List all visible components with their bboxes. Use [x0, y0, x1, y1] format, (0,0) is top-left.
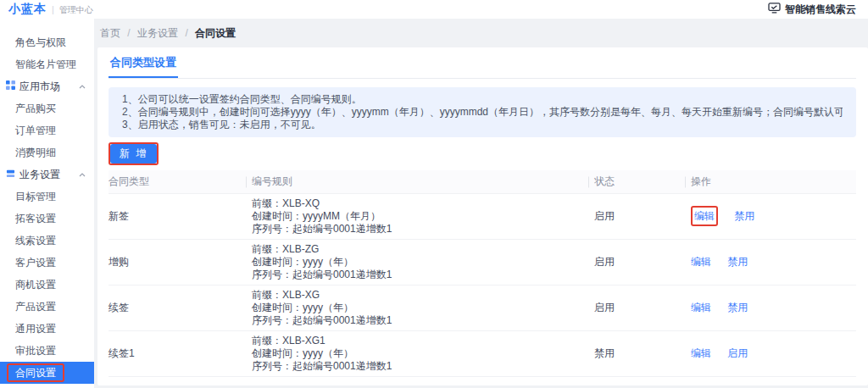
sidebar-group-business-settings[interactable]: 业务设置 — [0, 164, 94, 186]
sidebar-item-contract[interactable]: 合同设置 — [0, 362, 94, 384]
content-card: 合同类型设置 1、公司可以统一设置签约合同类型、合同编号规则。 2、合同编号规则… — [97, 47, 868, 385]
column-header-rules: 编号规则 — [252, 175, 594, 189]
tab-contract-type-settings[interactable]: 合同类型设置 — [108, 53, 178, 78]
notice-line-1: 1、公司可以统一设置签约合同类型、合同编号规则。 — [122, 93, 843, 106]
chevron-up-icon — [79, 85, 86, 89]
column-header-actions: 操作 — [691, 175, 856, 189]
sidebar-item-approval[interactable]: 审批设置 — [0, 340, 94, 362]
cell-actions: 编辑 禁用 — [691, 301, 856, 315]
sidebar-item-general[interactable]: 通用设置 — [0, 318, 94, 340]
sidebar-group-app-market[interactable]: 应用市场 — [0, 75, 94, 97]
breadcrumb: 首页 / 业务设置 / 合同设置 — [94, 19, 868, 47]
notice-line-2: 2、合同编号规则中，创建时间可选择yyyy（年）、yyyymm（年月）、yyyy… — [122, 106, 843, 119]
chevron-up-icon — [79, 173, 86, 177]
annotation-box-edit: 编辑 — [691, 206, 718, 226]
edit-link[interactable]: 编辑 — [691, 347, 711, 359]
sidebar-item-product-purchase[interactable]: 产品购买 — [0, 97, 94, 119]
add-button[interactable]: 新 增 — [110, 144, 157, 164]
top-bar: 小蓝本 | 管理中心 智能销售线索云 — [0, 0, 868, 19]
toolbar: 新 增 — [108, 142, 856, 165]
tab-bar: 合同类型设置 — [108, 53, 856, 79]
main-area: 首页 / 业务设置 / 合同设置 合同类型设置 1、公司可以统一设置签约合同类型… — [94, 19, 868, 388]
breadcrumb-home[interactable]: 首页 — [100, 27, 120, 39]
annotation-box-sidebar: 合同设置 — [7, 363, 64, 382]
sidebar-item-customer[interactable]: 客户设置 — [0, 252, 94, 274]
annotation-box-add: 新 增 — [108, 142, 159, 165]
cell-status: 启用 — [594, 255, 691, 269]
sidebar-item-leads[interactable]: 线索设置 — [0, 230, 94, 252]
table-row: 续签1 前缀：XLB-XG1 创建时间：yyyy（年） 序列号：起始编号0001… — [108, 331, 856, 377]
table-row: 增购 前缀：XLB-ZG 创建时间：yyyy（年） 序列号：起始编号0001递增… — [108, 240, 856, 285]
sidebar-item-acquisition[interactable]: 拓客设置 — [0, 208, 94, 230]
logo-suffix: 管理中心 — [59, 4, 93, 16]
breadcrumb-current: 合同设置 — [195, 27, 236, 39]
monitor-check-icon — [768, 3, 781, 16]
disable-link[interactable]: 禁用 — [734, 210, 754, 222]
column-header-status: 状态 — [594, 175, 691, 189]
cell-status: 启用 — [594, 301, 691, 315]
sidebar-item-orders[interactable]: 订单管理 — [0, 119, 94, 141]
cell-contract-type: 新签 — [108, 209, 252, 224]
logo-divider: | — [52, 4, 54, 14]
sidebar-item-smart-card[interactable]: 智能名片管理 — [0, 53, 94, 75]
disable-link[interactable]: 禁用 — [727, 302, 748, 313]
sidebar-item-opportunity[interactable]: 商机设置 — [0, 274, 94, 296]
breadcrumb-business-settings[interactable]: 业务设置 — [137, 27, 178, 39]
cell-contract-type: 增购 — [108, 255, 252, 269]
product-name: 智能销售线索云 — [785, 3, 856, 17]
cell-status: 禁用 — [594, 346, 691, 361]
cell-contract-type: 续签 — [108, 301, 252, 315]
sidebar-item-goal[interactable]: 目标管理 — [0, 186, 94, 208]
cell-actions: 编辑 启用 — [691, 346, 856, 361]
notice-box: 1、公司可以统一设置签约合同类型、合同编号规则。 2、合同编号规则中，创建时间可… — [108, 87, 856, 137]
edit-link[interactable]: 编辑 — [694, 210, 715, 222]
sidebar-item-product[interactable]: 产品设置 — [0, 296, 94, 318]
contract-type-table: 合同类型 编号规则 状态 操作 新签 前缀：XLB-XQ 创建时间：yyyyMM… — [108, 170, 856, 377]
app-grid-icon — [6, 80, 15, 92]
disable-link[interactable]: 禁用 — [727, 256, 748, 268]
logo[interactable]: 小蓝本 | 管理中心 — [8, 2, 93, 17]
sidebar-item-roles[interactable]: 角色与权限 — [0, 31, 94, 53]
cell-number-rules: 前缀：XLB-XG 创建时间：yyyy（年） 序列号：起始编号0001递增数1 — [252, 289, 594, 327]
logo-text: 小蓝本 — [8, 2, 47, 17]
notice-line-3: 3、启用状态，销售可见：未启用，不可见。 — [122, 119, 843, 131]
edit-link[interactable]: 编辑 — [691, 302, 711, 313]
cell-number-rules: 前缀：XLB-XQ 创建时间：yyyyMM（年月） 序列号：起始编号0001递增… — [252, 197, 594, 236]
sidebar: 角色与权限 智能名片管理 应用市场 产品购买 订单管理 消费明细 — [0, 19, 94, 388]
enable-link[interactable]: 启用 — [727, 347, 748, 359]
cell-status: 启用 — [594, 209, 691, 224]
edit-link[interactable]: 编辑 — [691, 256, 711, 268]
column-header-type: 合同类型 — [108, 175, 252, 189]
product-switcher[interactable]: 智能销售线索云 — [768, 3, 856, 17]
cell-contract-type: 续签1 — [108, 346, 252, 361]
table-header-row: 合同类型 编号规则 状态 操作 — [108, 170, 856, 194]
sidebar-item-consumption[interactable]: 消费明细 — [0, 141, 94, 164]
layers-icon — [6, 169, 15, 180]
table-row: 续签 前缀：XLB-XG 创建时间：yyyy（年） 序列号：起始编号0001递增… — [108, 285, 856, 331]
cell-number-rules: 前缀：XLB-ZG 创建时间：yyyy（年） 序列号：起始编号0001递增数1 — [252, 243, 594, 281]
cell-actions: 编辑 禁用 — [691, 255, 856, 269]
cell-actions: 编辑 禁用 — [691, 209, 856, 224]
cell-number-rules: 前缀：XLB-XG1 创建时间：yyyy（年） 序列号：起始编号0001递增数1 — [252, 335, 594, 373]
table-row: 新签 前缀：XLB-XQ 创建时间：yyyyMM（年月） 序列号：起始编号000… — [108, 194, 856, 240]
